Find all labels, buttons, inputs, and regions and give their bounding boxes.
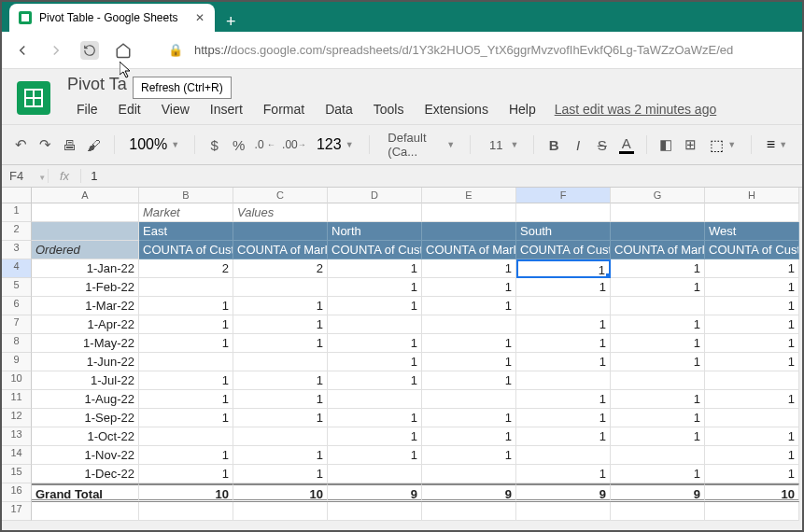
data-cell[interactable]: 1	[139, 446, 233, 465]
col-header-G[interactable]: G	[611, 188, 705, 203]
data-cell[interactable]: 1	[611, 259, 705, 278]
pivot-col-header[interactable]: COUNTA of Cust	[139, 241, 233, 259]
cell[interactable]	[328, 502, 422, 521]
data-cell[interactable]: 1	[611, 427, 705, 446]
data-cell[interactable]: 1	[233, 297, 328, 315]
fill-color-button[interactable]: ◧	[657, 133, 674, 156]
data-cell[interactable]	[328, 390, 422, 409]
refresh-button[interactable]	[80, 41, 99, 60]
cell[interactable]	[611, 222, 705, 241]
data-cell[interactable]: 1	[233, 371, 328, 390]
data-cell[interactable]: 1	[516, 409, 611, 427]
pivot-date-cell[interactable]: 1-Jan-22	[32, 259, 139, 278]
menu-format[interactable]: Format	[254, 98, 314, 120]
menu-file[interactable]: File	[67, 98, 107, 120]
menu-help[interactable]: Help	[500, 98, 545, 120]
new-tab-button[interactable]: +	[215, 12, 247, 32]
data-cell[interactable]: 1	[328, 278, 422, 297]
data-cell[interactable]	[233, 278, 328, 297]
pivot-date-cell[interactable]: 1-Oct-22	[32, 427, 139, 446]
data-cell[interactable]: 1	[139, 409, 233, 427]
data-cell[interactable]: 1	[139, 390, 233, 409]
row-header-17[interactable]: 17	[2, 502, 32, 521]
address-bar[interactable]: 🔒 https://docs.google.com/spreadsheets/d…	[148, 41, 791, 60]
row-header-5[interactable]: 5	[2, 278, 32, 297]
close-tab-icon[interactable]: ✕	[194, 12, 205, 23]
pivot-region-west[interactable]: West	[705, 222, 799, 241]
back-button[interactable]	[13, 41, 32, 60]
data-cell[interactable]: 1	[705, 353, 799, 371]
cell[interactable]	[328, 203, 422, 222]
data-cell[interactable]: 1	[233, 315, 328, 334]
pivot-region-east[interactable]: East	[139, 222, 233, 241]
pivot-date-cell[interactable]: 1-Jul-22	[32, 371, 139, 390]
sheets-logo-icon[interactable]	[17, 81, 50, 115]
undo-button[interactable]: ↶	[13, 133, 30, 156]
data-cell[interactable]	[139, 353, 233, 371]
row-header-14[interactable]: 14	[2, 446, 32, 465]
data-cell[interactable]: 1	[233, 334, 328, 353]
browser-tab[interactable]: Pivot Table - Google Sheets ✕	[9, 4, 215, 32]
italic-button[interactable]: I	[570, 133, 586, 156]
pivot-region-south[interactable]: South	[516, 222, 611, 241]
row-header-8[interactable]: 8	[2, 334, 32, 353]
data-cell[interactable]	[705, 371, 799, 390]
data-cell[interactable]: 1	[139, 465, 233, 483]
data-cell[interactable]: 1	[516, 259, 611, 278]
data-cell[interactable]: 1	[516, 465, 611, 483]
cell[interactable]	[611, 502, 705, 521]
zoom-dropdown[interactable]: 100%▼	[125, 136, 183, 153]
data-cell[interactable]: 1	[422, 446, 516, 465]
data-cell[interactable]: 1	[233, 465, 328, 483]
data-cell[interactable]	[516, 446, 611, 465]
data-cell[interactable]: 1	[233, 446, 328, 465]
col-header-E[interactable]: E	[422, 188, 516, 203]
cell[interactable]	[516, 203, 611, 222]
col-header-D[interactable]: D	[328, 188, 422, 203]
col-header-H[interactable]: H	[705, 188, 799, 203]
col-header-C[interactable]: C	[233, 188, 328, 203]
pivot-col-header[interactable]: COUNTA of Cust	[328, 241, 422, 259]
col-header-A[interactable]: A	[32, 188, 139, 203]
data-cell[interactable]: 1	[516, 278, 611, 297]
data-cell[interactable]	[328, 315, 422, 334]
strikethrough-button[interactable]: S	[594, 133, 611, 156]
align-button[interactable]: ≡▼	[763, 136, 791, 153]
print-button[interactable]: 🖶	[62, 133, 78, 156]
data-cell[interactable]: 1	[516, 353, 611, 371]
data-cell[interactable]: 1	[422, 297, 516, 315]
doc-title[interactable]: Pivot Ta	[67, 75, 127, 94]
pivot-col-header[interactable]: COUNTA of Cust	[705, 241, 799, 259]
data-cell[interactable]: 1	[705, 297, 799, 315]
data-cell[interactable]: 1	[705, 390, 799, 409]
row-header-16[interactable]: 16	[2, 483, 32, 502]
data-cell[interactable]: 2	[139, 259, 233, 278]
increase-decimal-button[interactable]: .00→	[283, 133, 305, 156]
data-cell[interactable]	[139, 427, 233, 446]
last-edit-link[interactable]: Last edit was 2 minutes ago	[555, 102, 717, 117]
data-cell[interactable]	[516, 371, 611, 390]
menu-data[interactable]: Data	[316, 98, 362, 120]
pivot-corner[interactable]	[32, 222, 139, 241]
cell[interactable]	[705, 502, 799, 521]
cell[interactable]	[32, 203, 139, 222]
font-size-dropdown[interactable]: 11▼	[482, 138, 522, 152]
pivot-market-label[interactable]: Market	[139, 203, 233, 222]
data-cell[interactable]: 1	[516, 315, 611, 334]
data-cell[interactable]	[233, 427, 328, 446]
data-cell[interactable]: 1	[705, 315, 799, 334]
grand-total-cell[interactable]: 9	[611, 483, 705, 502]
font-family-dropdown[interactable]: Default (Ca...▼	[380, 131, 458, 159]
col-header-F[interactable]: F	[516, 188, 611, 203]
pivot-col-header[interactable]: COUNTA of Marl	[422, 241, 516, 259]
row-header-3[interactable]: 3	[2, 241, 32, 259]
grand-total-label[interactable]: Grand Total	[32, 483, 139, 502]
data-cell[interactable]: 1	[422, 427, 516, 446]
format-currency-button[interactable]: $	[206, 133, 223, 156]
menu-view[interactable]: View	[152, 98, 199, 120]
data-cell[interactable]: 1	[705, 278, 799, 297]
decrease-decimal-button[interactable]: .0 ←	[255, 133, 275, 156]
data-cell[interactable]: 1	[233, 390, 328, 409]
data-cell[interactable]	[611, 297, 705, 315]
formula-input[interactable]: 1	[81, 169, 106, 183]
